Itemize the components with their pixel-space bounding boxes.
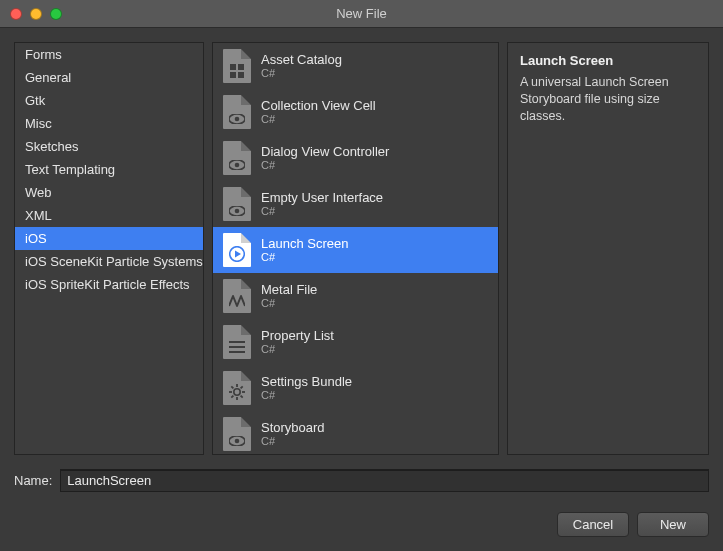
metal-icon bbox=[223, 279, 251, 313]
template-title: Dialog View Controller bbox=[261, 144, 389, 160]
template-item[interactable]: Dialog View ControllerC# bbox=[213, 135, 498, 181]
eye-icon bbox=[223, 95, 251, 129]
category-item[interactable]: iOS SceneKit Particle Systems bbox=[15, 250, 203, 273]
template-title: Storyboard bbox=[261, 420, 325, 436]
template-pane: Asset CatalogC#Collection View CellC#Dia… bbox=[212, 42, 499, 455]
template-item[interactable]: Empty User InterfaceC# bbox=[213, 181, 498, 227]
content-area: FormsGeneralGtkMiscSketchesText Templati… bbox=[0, 28, 723, 463]
new-button[interactable]: New bbox=[637, 512, 709, 537]
titlebar: New File bbox=[0, 0, 723, 28]
template-item[interactable]: Metal FileC# bbox=[213, 273, 498, 319]
template-title: Settings Bundle bbox=[261, 374, 352, 390]
template-item[interactable]: StoryboardC# bbox=[213, 411, 498, 454]
category-item[interactable]: Gtk bbox=[15, 89, 203, 112]
template-title: Asset Catalog bbox=[261, 52, 342, 68]
category-item[interactable]: Web bbox=[15, 181, 203, 204]
cancel-button[interactable]: Cancel bbox=[557, 512, 629, 537]
description-title: Launch Screen bbox=[520, 53, 696, 68]
description-pane: Launch Screen A universal Launch Screen … bbox=[507, 42, 709, 455]
eye-icon bbox=[223, 187, 251, 221]
category-item[interactable]: Sketches bbox=[15, 135, 203, 158]
template-item[interactable]: Collection View CellC# bbox=[213, 89, 498, 135]
name-input[interactable] bbox=[60, 469, 709, 492]
template-subtitle: C# bbox=[261, 389, 352, 402]
template-title: Launch Screen bbox=[261, 236, 348, 252]
grid-icon bbox=[223, 49, 251, 83]
category-item[interactable]: General bbox=[15, 66, 203, 89]
template-item[interactable]: Settings BundleC# bbox=[213, 365, 498, 411]
window-title: New File bbox=[0, 6, 723, 21]
description-body: A universal Launch Screen Storyboard fil… bbox=[520, 74, 696, 125]
template-item[interactable]: Property ListC# bbox=[213, 319, 498, 365]
name-label: Name: bbox=[14, 473, 52, 488]
button-bar: Cancel New bbox=[0, 496, 723, 551]
template-title: Property List bbox=[261, 328, 334, 344]
category-item[interactable]: iOS bbox=[15, 227, 203, 250]
zoom-icon[interactable] bbox=[50, 8, 62, 20]
template-subtitle: C# bbox=[261, 297, 317, 310]
category-item[interactable]: Text Templating bbox=[15, 158, 203, 181]
template-subtitle: C# bbox=[261, 435, 325, 448]
template-title: Empty User Interface bbox=[261, 190, 383, 206]
category-pane: FormsGeneralGtkMiscSketchesText Templati… bbox=[14, 42, 204, 455]
category-item[interactable]: iOS SpriteKit Particle Effects bbox=[15, 273, 203, 296]
name-bar: Name: bbox=[0, 463, 723, 496]
template-item[interactable]: Asset CatalogC# bbox=[213, 43, 498, 89]
list-icon bbox=[223, 325, 251, 359]
close-icon[interactable] bbox=[10, 8, 22, 20]
template-subtitle: C# bbox=[261, 251, 348, 264]
template-title: Metal File bbox=[261, 282, 317, 298]
category-item[interactable]: Misc bbox=[15, 112, 203, 135]
template-subtitle: C# bbox=[261, 159, 389, 172]
minimize-icon[interactable] bbox=[30, 8, 42, 20]
template-title: Collection View Cell bbox=[261, 98, 376, 114]
category-item[interactable]: Forms bbox=[15, 43, 203, 66]
window-controls bbox=[0, 8, 62, 20]
gear-icon bbox=[223, 371, 251, 405]
template-subtitle: C# bbox=[261, 113, 376, 126]
template-item[interactable]: Launch ScreenC# bbox=[213, 227, 498, 273]
category-item[interactable]: XML bbox=[15, 204, 203, 227]
template-subtitle: C# bbox=[261, 343, 334, 356]
new-file-dialog: New File FormsGeneralGtkMiscSketchesText… bbox=[0, 0, 723, 551]
template-subtitle: C# bbox=[261, 67, 342, 80]
eye-icon bbox=[223, 141, 251, 175]
template-subtitle: C# bbox=[261, 205, 383, 218]
play-circle-icon bbox=[223, 233, 251, 267]
eye-icon bbox=[223, 417, 251, 451]
